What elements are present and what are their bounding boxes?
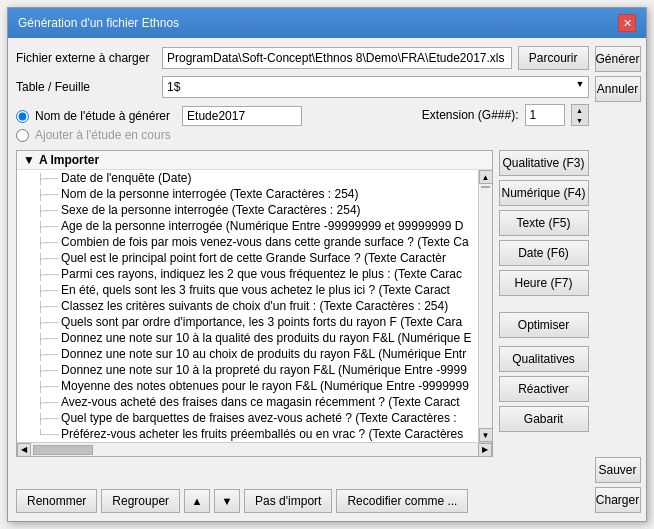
down-button[interactable]: ▼ xyxy=(214,489,240,513)
extension-spinner[interactable]: ▲ ▼ xyxy=(571,104,589,126)
bottom-buttons: Renommer Regrouper ▲ ▼ Pas d'import Reco… xyxy=(16,489,589,513)
far-right-panel: Générer Annuler Sauver Charger xyxy=(595,46,641,513)
hscroll-thumb[interactable] xyxy=(33,445,93,455)
tree-list-item[interactable]: Donnez une note sur 10 au choix de produ… xyxy=(17,346,478,362)
annuler-button[interactable]: Annuler xyxy=(595,76,641,102)
tree-list-item[interactable]: Avez-vous acheté des fraises dans ce mag… xyxy=(17,394,478,410)
reactiver-button[interactable]: Réactiver xyxy=(499,376,589,402)
tree-list-item[interactable]: En été, quels sont les 3 fruits que vous… xyxy=(17,282,478,298)
scroll-thumb[interactable] xyxy=(481,186,490,188)
regrouper-button[interactable]: Regrouper xyxy=(101,489,180,513)
dialog-title: Génération d'un fichier Ethnos xyxy=(18,16,179,30)
heure-button[interactable]: Heure (F7) xyxy=(499,270,589,296)
numerique-button[interactable]: Numérique (F4) xyxy=(499,180,589,206)
generer-button[interactable]: Générer xyxy=(595,46,641,72)
table-select[interactable]: 1$ xyxy=(162,76,589,98)
tree-list-item[interactable]: Quel type de barquettes de fraises avez-… xyxy=(17,410,478,426)
radio-row-1: Nom de l'étude à générer xyxy=(16,106,302,126)
tree-wrap: ▼ A Importer Date de l'enquête (Date)Nom… xyxy=(16,150,493,457)
recodifier-button[interactable]: Recodifier comme ... xyxy=(336,489,468,513)
spinner-up[interactable]: ▲ xyxy=(572,105,588,115)
expand-icon: ▼ xyxy=(23,153,35,167)
tree-list-item[interactable]: Quels sont par ordre d'importance, les 3… xyxy=(17,314,478,330)
tree-list-item[interactable]: Préférez-vous acheter les fruits préemba… xyxy=(17,426,478,442)
file-row: Fichier externe à charger Parcourir xyxy=(16,46,589,70)
main-area: Fichier externe à charger Parcourir Tabl… xyxy=(16,46,589,513)
scroll-up-btn[interactable]: ▲ xyxy=(479,170,493,184)
main-dialog: Génération d'un fichier Ethnos ✕ Fichier… xyxy=(7,7,647,522)
tree-list-item[interactable]: Quel est le principal point fort de cett… xyxy=(17,250,478,266)
close-button[interactable]: ✕ xyxy=(618,14,636,32)
tree-list-item[interactable]: Donnez une note sur 10 à la propreté du … xyxy=(17,362,478,378)
tree-list-item[interactable]: Combien de fois par mois venez-vous dans… xyxy=(17,234,478,250)
tree-list-item[interactable]: Date de l'enquête (Date) xyxy=(17,170,478,186)
pas-import-button[interactable]: Pas d'import xyxy=(244,489,332,513)
renommer-button[interactable]: Renommer xyxy=(16,489,97,513)
date-button[interactable]: Date (F6) xyxy=(499,240,589,266)
browse-button[interactable]: Parcourir xyxy=(518,46,589,70)
radio-generer[interactable] xyxy=(16,110,29,123)
tree-list-item[interactable]: Moyenne des notes obtenues pour le rayon… xyxy=(17,378,478,394)
hscrollbar[interactable]: ◀ ▶ xyxy=(17,442,492,456)
gabarit-button[interactable]: Gabarit xyxy=(499,406,589,432)
optimiser-button[interactable]: Optimiser xyxy=(499,312,589,338)
dialog-body: Fichier externe à charger Parcourir Tabl… xyxy=(8,38,646,521)
etude-name-input[interactable] xyxy=(182,106,302,126)
file-label: Fichier externe à charger xyxy=(16,51,156,65)
table-row: Table / Feuille 1$ xyxy=(16,76,589,98)
right-side-buttons: Qualitative (F3) Numérique (F4) Texte (F… xyxy=(499,150,589,432)
radio-ajouter-label: Ajouter à l'étude en cours xyxy=(35,128,171,142)
extension-input[interactable] xyxy=(525,104,565,126)
tree-list-item[interactable]: Classez les critères suivants de choix d… xyxy=(17,298,478,314)
hscroll-left-btn[interactable]: ◀ xyxy=(17,443,31,457)
tree-list-item[interactable]: Age de la personne interrogée (Numérique… xyxy=(17,218,478,234)
spinner-down[interactable]: ▼ xyxy=(572,115,588,125)
vscrollbar[interactable]: ▲ ▼ xyxy=(478,170,492,442)
qualitative-button[interactable]: Qualitative (F3) xyxy=(499,150,589,176)
radio-generer-label: Nom de l'étude à générer xyxy=(35,109,170,123)
hscroll-right-btn[interactable]: ▶ xyxy=(478,443,492,457)
charger-button[interactable]: Charger xyxy=(595,487,641,513)
table-label: Table / Feuille xyxy=(16,80,156,94)
tree-content[interactable]: Date de l'enquête (Date)Nom de la person… xyxy=(17,170,478,442)
qualitatives-button[interactable]: Qualitatives xyxy=(499,346,589,372)
tree-header: ▼ A Importer xyxy=(17,151,492,170)
title-bar: Génération d'un fichier Ethnos ✕ xyxy=(8,8,646,38)
tree-scroll-area: Date de l'enquête (Date)Nom de la person… xyxy=(17,170,492,442)
sauver-button[interactable]: Sauver xyxy=(595,457,641,483)
scroll-down-btn[interactable]: ▼ xyxy=(479,428,493,442)
middle-section: ▼ A Importer Date de l'enquête (Date)Nom… xyxy=(16,150,589,483)
tree-list-item[interactable]: Parmi ces rayons, indiquez les 2 que vou… xyxy=(17,266,478,282)
left-section: ▼ A Importer Date de l'enquête (Date)Nom… xyxy=(16,150,493,457)
extension-label: Extension (G###): xyxy=(422,108,519,122)
extension-row: Extension (G###): ▲ ▼ xyxy=(422,104,589,126)
tree-list-item[interactable]: Sexe de la personne interrogée (Texte Ca… xyxy=(17,202,478,218)
file-input[interactable] xyxy=(162,47,512,69)
tree-header-label: A Importer xyxy=(39,153,99,167)
tree-list-item[interactable]: Nom de la personne interrogée (Texte Car… xyxy=(17,186,478,202)
radio-ajouter[interactable] xyxy=(16,129,29,142)
texte-button[interactable]: Texte (F5) xyxy=(499,210,589,236)
tree-list-item[interactable]: Donnez une note sur 10 à la qualité des … xyxy=(17,330,478,346)
radio-row-2: Ajouter à l'étude en cours xyxy=(16,128,302,142)
up-button[interactable]: ▲ xyxy=(184,489,210,513)
radio-group: Nom de l'étude à générer Ajouter à l'étu… xyxy=(16,104,302,144)
